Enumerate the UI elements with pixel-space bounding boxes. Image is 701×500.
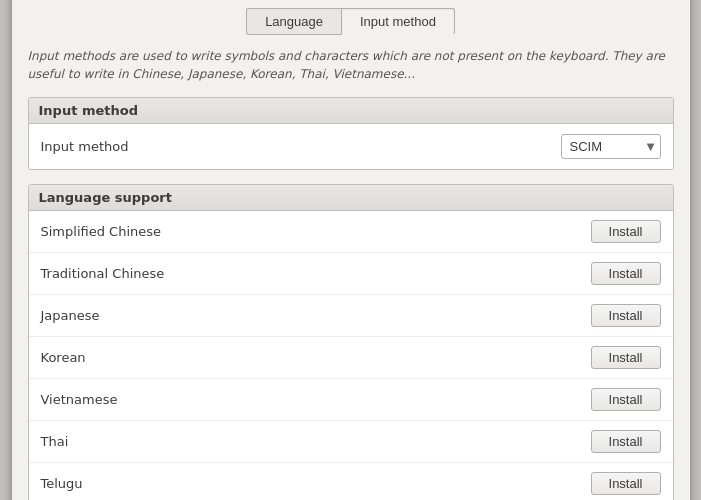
language-settings-window: Language Settings — ❐ ✕ Language Input m…: [11, 0, 691, 500]
language-name: Vietnamese: [41, 392, 118, 407]
language-name: Japanese: [41, 308, 100, 323]
language-name: Traditional Chinese: [41, 266, 165, 281]
list-item: Simplified Chinese Install: [29, 211, 673, 253]
scim-select-wrapper: SCIM iBus None ▼: [561, 134, 661, 159]
input-method-select[interactable]: SCIM iBus None: [561, 134, 661, 159]
list-item: Thai Install: [29, 421, 673, 463]
install-button-japanese[interactable]: Install: [591, 304, 661, 327]
language-name: Telugu: [41, 476, 83, 491]
list-item: Korean Install: [29, 337, 673, 379]
list-item: Vietnamese Install: [29, 379, 673, 421]
description-text: Input methods are used to write symbols …: [28, 47, 674, 83]
input-method-row-label: Input method: [41, 139, 129, 154]
list-item: Traditional Chinese Install: [29, 253, 673, 295]
input-method-section-header: Input method: [29, 98, 673, 124]
main-content: Language Input method Input methods are …: [12, 0, 690, 500]
language-support-section-body: Simplified Chinese Install Traditional C…: [29, 211, 673, 501]
install-button-korean[interactable]: Install: [591, 346, 661, 369]
input-method-section: Input method Input method SCIM iBus None…: [28, 97, 674, 170]
language-support-section-header: Language support: [29, 185, 673, 211]
install-button-vietnamese[interactable]: Install: [591, 388, 661, 411]
language-name: Korean: [41, 350, 86, 365]
install-button-simplified-chinese[interactable]: Install: [591, 220, 661, 243]
input-method-section-body: Input method SCIM iBus None ▼: [29, 124, 673, 169]
tab-language[interactable]: Language: [246, 8, 341, 35]
install-button-traditional-chinese[interactable]: Install: [591, 262, 661, 285]
install-button-thai[interactable]: Install: [591, 430, 661, 453]
list-item: Telugu Install: [29, 463, 673, 501]
tab-bar: Language Input method: [28, 8, 674, 35]
list-item: Japanese Install: [29, 295, 673, 337]
language-name: Thai: [41, 434, 69, 449]
language-name: Simplified Chinese: [41, 224, 162, 239]
input-method-row: Input method SCIM iBus None ▼: [41, 134, 661, 159]
install-button-telugu[interactable]: Install: [591, 472, 661, 495]
tab-input-method[interactable]: Input method: [341, 8, 455, 35]
language-support-section: Language support Simplified Chinese Inst…: [28, 184, 674, 501]
